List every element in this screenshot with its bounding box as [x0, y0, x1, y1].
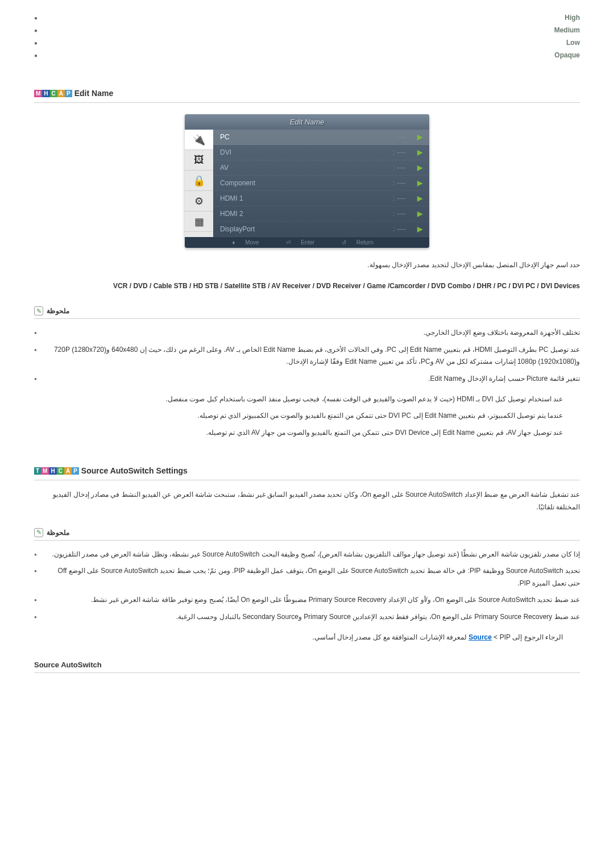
note-item: عند توصيل PC بطرف التوصيل HDMI، قم بتعيي…	[34, 342, 580, 371]
tag-t: T	[34, 467, 41, 475]
lock-icon: 🔒	[185, 171, 213, 191]
menu-row-hdmi1: HDMI 1 : ---- ▶	[213, 191, 429, 206]
source-link[interactable]: Source	[468, 633, 492, 641]
reference-text: الرجاء الرجوع إلى Source < PIP لمعرفة ال…	[34, 632, 563, 644]
option-high: High	[34, 11, 580, 24]
note-header: ملحوظة ✎	[34, 528, 580, 541]
sub-note: عند توصيل جهاز AV، قم بتعيين Edit Name إ…	[34, 427, 563, 439]
footer-section-title: Source AutoSwitch	[34, 661, 580, 673]
edit-name-desc: حدد اسم جهاز الإدخال المتصل بمقابس الإدخ…	[34, 259, 580, 272]
autoswitch-notes: إذا كان مصدر تلفزيون شاشة العرض نشطًا (ع…	[34, 546, 580, 626]
tag-p: P	[72, 467, 79, 475]
settings-icon: ⚙	[185, 191, 213, 211]
tag-h: H	[49, 467, 56, 475]
osd-footer: ♦ Move ⏎ Enter ↺ Return	[185, 237, 429, 248]
note-item: تتغير قائمة Picture حسب إشارة الإدخال وE…	[34, 371, 580, 388]
section-title: Source AutoSwitch Settings	[81, 466, 188, 475]
note-item: عند ضبط تحديد Source AutoSwitch على الوض…	[34, 592, 580, 609]
footer-enter: ⏎ Enter	[286, 239, 323, 246]
option-opaque: Opaque	[34, 49, 580, 61]
note-item: عند ضبط Primary Source Recovery على الوض…	[34, 609, 580, 626]
note-icon: ✎	[34, 306, 43, 315]
tag-m: M	[41, 467, 49, 475]
option-low: Low	[34, 36, 580, 49]
tag-p: P	[65, 90, 72, 97]
osd-menu-screenshot: Edit Name 🔌 🖼 🔒 ⚙ ▦ PC : ---- ▶ DVI : --…	[185, 114, 429, 248]
tag-c: C	[57, 467, 64, 475]
picture-icon: 🖼	[185, 150, 213, 171]
autoswitch-intro: عند تشغيل شاشة العرض مع ضبط الإعداد Sour…	[34, 489, 580, 513]
menu-row-av: AV : ---- ▶	[213, 160, 429, 176]
tag-m: M	[34, 90, 42, 97]
note-item: إذا كان مصدر تلفزيون شاشة العرض نشطًا (ع…	[34, 546, 580, 563]
menu-row-dvi: DVI : ---- ▶	[213, 145, 429, 160]
osd-title: Edit Name	[185, 114, 429, 130]
edit-name-notes: تختلف الأجهزة المعروضة باختلاف وضع الإدخ…	[34, 325, 580, 387]
menu-row-pc: PC : ---- ▶	[213, 130, 429, 145]
arrow-icon: ▶	[417, 133, 422, 141]
note-title: ملحوظة	[47, 307, 69, 315]
multi-icon: ▦	[185, 211, 213, 232]
top-options-list: High Medium Low Opaque	[34, 11, 580, 61]
sub-note: عندما يتم توصيل الكمبيوتر، قم بتعيين Edi…	[34, 410, 563, 422]
arrow-icon: ▶	[417, 164, 422, 172]
menu-row-component: Component : ---- ▶	[213, 176, 429, 191]
option-medium: Medium	[34, 24, 580, 36]
tag-a: A	[57, 90, 65, 97]
note-item: تختلف الأجهزة المعروضة باختلاف وضع الإدخ…	[34, 325, 580, 342]
mode-tags: T M H C A P	[34, 467, 79, 475]
menu-row-hdmi2: HDMI 2 : ---- ▶	[213, 206, 429, 222]
mode-tags: M H C A P	[34, 90, 72, 97]
note-item: تحديد Source AutoSwitch ووظيفة PIP: في ح…	[34, 563, 580, 592]
autoswitch-header: T M H C A P Source AutoSwitch Settings	[34, 462, 580, 480]
note-header: ملحوظة ✎	[34, 306, 580, 319]
osd-sidebar: 🔌 🖼 🔒 ⚙ ▦	[185, 130, 213, 237]
footer-return: ↺ Return	[342, 239, 382, 246]
osd-content: PC : ---- ▶ DVI : ---- ▶ AV : ---- ▶ Com…	[213, 130, 429, 237]
sub-note: عند استخدام توصيل كبل DVI بـ HDMI (حيث ل…	[34, 393, 563, 406]
footer-move: ♦ Move	[232, 239, 267, 246]
arrow-icon: ▶	[417, 194, 422, 202]
note-icon: ✎	[34, 528, 43, 537]
source-names-list: VCR / DVD / Cable STB / HD STB / Satelli…	[34, 280, 580, 293]
edit-name-header: M H C A P Edit Name	[34, 84, 580, 103]
arrow-icon: ▶	[417, 148, 422, 156]
section-title: Edit Name	[74, 89, 113, 98]
arrow-icon: ▶	[417, 179, 422, 187]
arrow-icon: ▶	[417, 225, 422, 233]
menu-row-displayport: DisplayPort : ---- ▶	[213, 222, 429, 237]
tag-c: C	[50, 90, 57, 97]
note-title: ملحوظة	[47, 529, 69, 537]
tag-a: A	[64, 467, 72, 475]
arrow-icon: ▶	[417, 210, 422, 218]
input-icon: 🔌	[185, 130, 213, 150]
tag-h: H	[42, 90, 49, 97]
